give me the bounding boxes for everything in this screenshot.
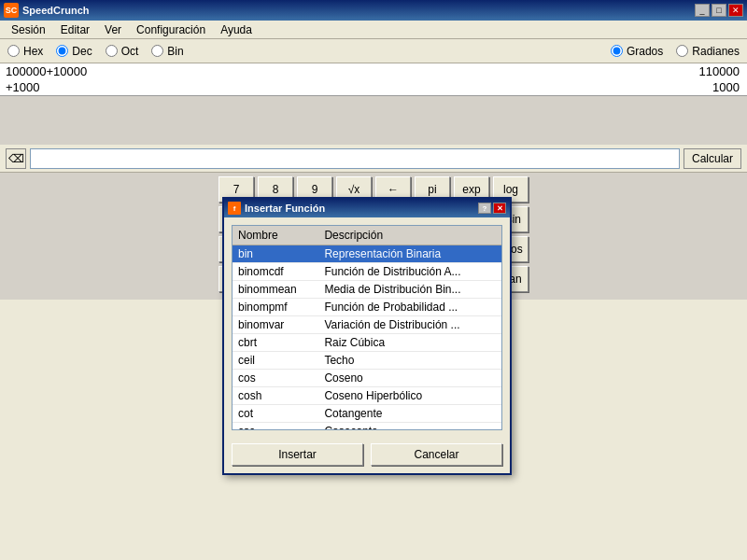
function-name: binomcdf: [233, 263, 318, 281]
function-name: csc: [233, 423, 318, 431]
dialog-title: Insertar Función: [245, 203, 478, 214]
menu-session[interactable]: Sesión: [4, 21, 53, 38]
function-name: binomvar: [233, 316, 318, 334]
dec-label: Dec: [72, 45, 92, 58]
function-row[interactable]: binommeanMedia de Distribución Bin...: [233, 281, 501, 299]
insert-button[interactable]: Insertar: [232, 443, 363, 466]
menu-config[interactable]: Configuración: [129, 21, 213, 38]
base-toolbar: Hex Dec Oct Bin Grados Radianes: [0, 39, 747, 63]
col-desc-header: Descripción: [318, 226, 501, 245]
function-name: cot: [233, 405, 318, 423]
oct-option[interactable]: Oct: [106, 45, 139, 58]
function-desc: Función de Probabilidad ...: [318, 299, 501, 316]
bin-option[interactable]: Bin: [151, 45, 183, 58]
function-row[interactable]: cosCoseno: [233, 370, 501, 387]
result-2: 1000: [712, 80, 747, 94]
col-name-header: Nombre: [233, 226, 318, 245]
expr-line-1: 100000+10000 110000: [0, 63, 747, 79]
function-table-container[interactable]: Nombre Descripción binRepresentación Bin…: [232, 225, 502, 430]
function-desc: Coseno: [318, 370, 501, 387]
calc-input[interactable]: [30, 148, 680, 169]
window-controls: _ □ ✕: [695, 4, 743, 17]
display-area: 100000+10000 110000 +1000 1000: [0, 63, 747, 96]
function-desc: Función de Distribución A...: [318, 263, 501, 281]
menu-view[interactable]: Ver: [97, 21, 129, 38]
menu-edit[interactable]: Editar: [53, 21, 97, 38]
bin-label: Bin: [167, 45, 183, 58]
minimize-button[interactable]: _: [695, 4, 710, 17]
dec-radio[interactable]: [56, 45, 68, 57]
hex-label: Hex: [23, 45, 43, 58]
function-name: ceil: [233, 352, 318, 370]
radianes-option[interactable]: Radianes: [676, 45, 740, 58]
function-row[interactable]: binomvarVariación de Distribución ...: [233, 316, 501, 334]
function-name: cosh: [233, 387, 318, 405]
dialog-help-button[interactable]: ?: [478, 203, 491, 214]
menu-help[interactable]: Ayuda: [213, 21, 260, 38]
function-desc: Variación de Distribución ...: [318, 316, 501, 334]
expr-line-2: +1000 1000: [0, 79, 747, 95]
maximize-button[interactable]: □: [712, 4, 726, 17]
hex-radio[interactable]: [7, 45, 20, 57]
dialog-actions: Insertar Cancelar: [224, 438, 510, 473]
middle-area: f Insertar Función ? ✕ Nombre Descripció…: [0, 96, 747, 145]
function-name: cos: [233, 370, 318, 387]
calculate-button[interactable]: Calcular: [684, 148, 741, 169]
title-bar: SC SpeedCrunch _ □ ✕: [0, 0, 747, 21]
function-list: binRepresentación BinariabinomcdfFunción…: [233, 245, 501, 431]
dialog-controls: ? ✕: [478, 203, 506, 214]
angle-group: Grados Radianes: [611, 45, 740, 58]
function-row[interactable]: ceilTecho: [233, 352, 501, 370]
oct-label: Oct: [121, 45, 139, 58]
function-name: binompmf: [233, 299, 318, 316]
function-desc: Coseno Hiperbólico: [318, 387, 501, 405]
dialog-close-button[interactable]: ✕: [493, 203, 506, 214]
dec-option[interactable]: Dec: [56, 45, 92, 58]
oct-radio[interactable]: [106, 45, 118, 57]
grados-radio[interactable]: [611, 45, 623, 57]
function-row[interactable]: binRepresentación Binaria: [233, 245, 501, 263]
function-desc: Raiz Cúbica: [318, 334, 501, 352]
function-row[interactable]: cbrtRaiz Cúbica: [233, 334, 501, 352]
function-table: Nombre Descripción binRepresentación Bin…: [233, 226, 501, 430]
clear-button[interactable]: ⌫: [6, 148, 26, 169]
app-icon: SC: [4, 3, 19, 18]
function-row[interactable]: cscCosecante: [233, 423, 501, 431]
function-row[interactable]: coshCoseno Hiperbólico: [233, 387, 501, 405]
dialog-icon: f: [228, 202, 241, 215]
expr-2: +1000: [0, 80, 40, 94]
function-desc: Cosecante: [318, 423, 501, 431]
grados-label: Grados: [627, 45, 663, 58]
radianes-label: Radianes: [692, 45, 740, 58]
function-name: cbrt: [233, 334, 318, 352]
function-name: binommean: [233, 281, 318, 299]
app-title: SpeedCrunch: [22, 5, 695, 16]
expr-1: 100000+10000: [0, 64, 87, 78]
function-row[interactable]: binomcdfFunción de Distribución A...: [233, 263, 501, 281]
insert-function-dialog: f Insertar Función ? ✕ Nombre Descripció…: [222, 197, 512, 475]
bin-radio[interactable]: [151, 45, 163, 57]
function-row[interactable]: binompmfFunción de Probabilidad ...: [233, 299, 501, 316]
result-1: 110000: [699, 64, 747, 78]
menu-bar: Sesión Editar Ver Configuración Ayuda: [0, 21, 747, 39]
function-desc: Techo: [318, 352, 501, 370]
cancel-button[interactable]: Cancelar: [371, 443, 502, 466]
grados-option[interactable]: Grados: [611, 45, 663, 58]
function-desc: Cotangente: [318, 405, 501, 423]
function-desc: Media de Distribución Bin...: [318, 281, 501, 299]
function-row[interactable]: cotCotangente: [233, 405, 501, 423]
dialog-title-bar: f Insertar Función ? ✕: [224, 199, 510, 217]
close-button[interactable]: ✕: [728, 4, 743, 17]
function-desc: Representación Binaria: [318, 245, 501, 263]
input-row: ⌫ Calcular: [0, 145, 747, 173]
radianes-radio[interactable]: [676, 45, 688, 57]
function-name: bin: [233, 245, 318, 263]
hex-option[interactable]: Hex: [7, 45, 43, 58]
